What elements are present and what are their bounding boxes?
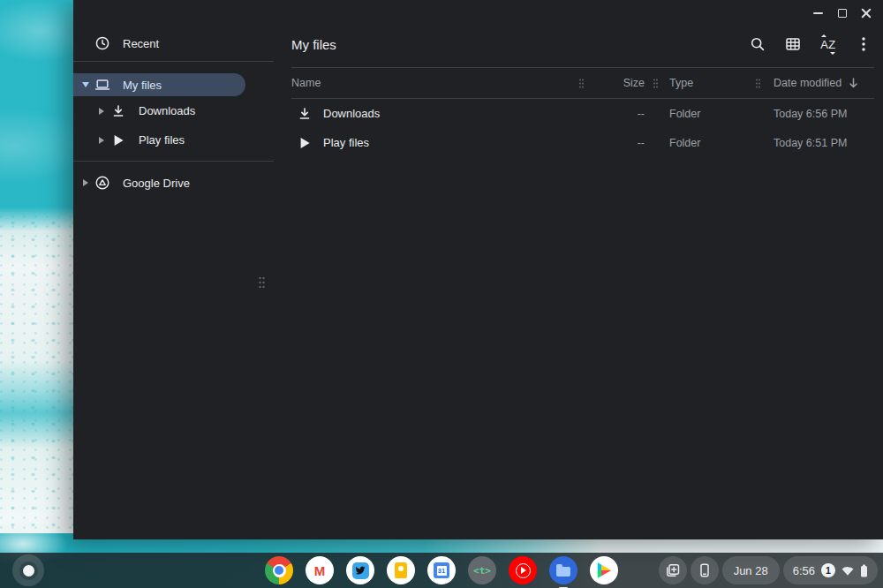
play-store-triangle-icon <box>597 562 612 578</box>
column-resize-handle[interactable] <box>651 79 660 88</box>
text-app-glyph: <t> <box>473 565 491 577</box>
sidebar-item-label: Recent <box>123 37 159 50</box>
twitter-app-icon[interactable] <box>346 556 374 584</box>
launcher-icon <box>23 565 34 577</box>
status-area: Jun 28 6:56 1 <box>659 556 878 584</box>
sidebar-item-label: Play files <box>139 133 185 147</box>
date-label: Jun 28 <box>734 564 768 577</box>
sort-button[interactable]: AZ <box>812 28 844 60</box>
page-title: My files <box>291 37 738 52</box>
sort-az-icon: AZ <box>820 38 836 51</box>
calendar-day-number: 31 <box>437 566 447 576</box>
file-row-downloads[interactable]: Downloads -- Folder Today 6:56 PM <box>291 99 874 128</box>
kebab-menu-icon <box>862 37 865 51</box>
sidebar-item-label: Downloads <box>139 104 195 117</box>
desk-add-icon <box>665 562 681 578</box>
play-store-app-icon[interactable] <box>590 556 618 584</box>
files-app-icon[interactable] <box>549 556 577 584</box>
clock-icon <box>94 35 110 51</box>
files-app-window: Recent My files Downloads <box>73 0 883 539</box>
drive-icon <box>94 175 110 191</box>
file-date-modified: Today 6:56 PM <box>768 108 874 120</box>
battery-icon <box>860 564 868 577</box>
window-titlebar <box>73 0 883 26</box>
grid-view-icon <box>785 36 801 52</box>
grid-view-button[interactable] <box>777 28 809 60</box>
sidebar-item-downloads[interactable]: Downloads <box>73 96 274 125</box>
play-icon <box>110 132 126 148</box>
file-list: Name Size Type <box>274 62 883 157</box>
youtube-music-app-icon[interactable] <box>509 556 537 584</box>
play-circle-icon <box>516 563 531 578</box>
download-icon <box>297 106 313 122</box>
sidebar-item-my-files[interactable]: My files <box>73 73 245 96</box>
chevron-right-icon[interactable] <box>79 179 93 186</box>
sidebar-resize-handle[interactable] <box>255 275 268 290</box>
keep-note-icon <box>395 562 407 578</box>
chrome-app-icon[interactable] <box>265 556 293 584</box>
keep-app-icon[interactable] <box>387 556 415 584</box>
chevron-right-icon[interactable] <box>94 108 109 115</box>
column-resize-handle[interactable] <box>753 79 762 88</box>
phone-hub-button[interactable] <box>691 556 719 584</box>
sidebar: Recent My files Downloads <box>73 26 274 539</box>
main-panel: My files AZ <box>274 26 883 539</box>
file-name: Downloads <box>323 107 380 120</box>
system-tray-button[interactable]: 6:56 1 <box>783 556 878 584</box>
phone-icon <box>697 562 713 578</box>
calendar-date-button[interactable]: Jun 28 <box>722 556 780 584</box>
column-header-type[interactable]: Type <box>666 77 747 89</box>
more-options-button[interactable] <box>848 28 879 60</box>
play-icon <box>297 135 313 151</box>
file-name: Play files <box>323 136 369 149</box>
minimize-icon <box>813 12 823 14</box>
time-label: 6:56 <box>793 564 815 577</box>
sidebar-item-play-files[interactable]: Play files <box>73 125 274 155</box>
search-button[interactable] <box>742 28 774 60</box>
sidebar-divider <box>73 161 274 162</box>
column-header-date-modified[interactable]: Date modified <box>768 77 874 89</box>
table-header: Name Size Type <box>291 67 874 99</box>
maximize-icon <box>838 9 847 18</box>
chevron-right-icon[interactable] <box>94 137 109 144</box>
text-app-icon[interactable]: <t> <box>468 556 496 584</box>
sidebar-item-recent[interactable]: Recent <box>73 26 274 60</box>
shelf: M 31 <t> <box>0 553 883 588</box>
search-icon <box>750 36 766 52</box>
file-type: Folder <box>666 137 747 149</box>
twitter-bird-icon <box>352 562 369 579</box>
file-size: -- <box>592 108 645 120</box>
calendar-icon: 31 <box>434 562 449 578</box>
file-type: Folder <box>666 108 747 120</box>
maximize-button[interactable] <box>830 2 854 25</box>
sidebar-item-label: My files <box>123 79 162 92</box>
calendar-app-icon[interactable]: 31 <box>427 556 456 584</box>
notification-badge: 1 <box>821 563 835 577</box>
folder-icon <box>556 567 570 577</box>
desktop: Recent My files Downloads <box>0 0 883 588</box>
file-size: -- <box>592 137 645 149</box>
minimize-button[interactable] <box>806 2 830 25</box>
sidebar-divider <box>73 61 274 62</box>
column-resize-handle[interactable] <box>577 79 585 88</box>
toolbar: My files AZ <box>274 26 883 62</box>
chevron-down-icon[interactable] <box>79 82 93 87</box>
laptop-icon <box>94 77 110 93</box>
sort-descending-arrow-icon <box>849 78 858 88</box>
close-button[interactable] <box>854 2 878 25</box>
download-icon <box>110 103 126 119</box>
file-date-modified: Today 6:51 PM <box>768 137 874 149</box>
sidebar-item-google-drive[interactable]: Google Drive <box>73 167 274 199</box>
gmail-logo-letter: M <box>314 563 326 578</box>
column-header-name[interactable]: Name <box>291 77 570 89</box>
launcher-button[interactable] <box>12 554 44 586</box>
shelf-apps: M 31 <t> <box>265 556 618 584</box>
sidebar-item-label: Google Drive <box>123 177 190 190</box>
close-icon <box>861 8 872 19</box>
column-header-size[interactable]: Size <box>592 77 645 89</box>
gmail-app-icon[interactable]: M <box>306 556 334 584</box>
screen-capture-button[interactable] <box>659 556 687 584</box>
wifi-icon <box>841 566 854 576</box>
file-row-play-files[interactable]: Play files -- Folder Today 6:51 PM <box>291 128 874 157</box>
